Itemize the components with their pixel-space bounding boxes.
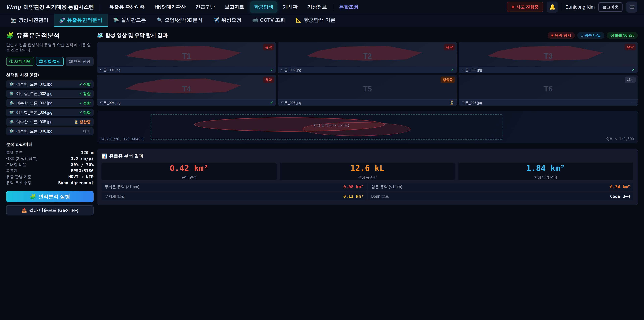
notifications-button[interactable]: 🔔: [547, 2, 558, 13]
photo-list-item[interactable]: 🛸 여수항_드론_003.jpg ✓ 정합: [6, 99, 94, 107]
tab-label: 유출유면적분석: [67, 17, 102, 24]
results-title-text: 유출유 분석 결과: [109, 153, 144, 159]
hamburger-menu-button[interactable]: ☰: [626, 2, 637, 13]
metric-value: 0.42 km²: [170, 163, 208, 173]
step-area-estimation[interactable]: ③ 면적 산정: [66, 57, 94, 66]
main-panel: 🗺️ 합성 영상 및 유막 탐지 결과 ■ 유막 탐지 □ 원본 타일 정합률 …: [97, 31, 638, 215]
tab-satellite-request[interactable]: ✈️ 위성요청: [208, 14, 247, 27]
tile-t6[interactable]: T6 대기 드론_006.jpg —: [459, 75, 638, 106]
photo-status-badge: ✓ 정합: [79, 101, 90, 106]
composite-area-label: 합성 영역 (3×2 그리드): [313, 123, 349, 128]
photo-list: 🛸 여수항_드론_001.jpg ✓ 정합 🛸 여수항_드론_002.jpg ✓…: [6, 80, 94, 135]
tab-image-management[interactable]: 📷 영상사진관리: [5, 14, 54, 27]
tile-image: T4: [97, 75, 276, 99]
tile-badge: 유막: [444, 44, 455, 50]
triangle-ruler-icon: 📐: [296, 17, 302, 23]
param-value: 3.2 cm/px: [71, 156, 94, 161]
nav-item-hns[interactable]: HNS·대기확산: [151, 1, 190, 13]
photo-filename: 여수항_드론_003.jpg: [16, 101, 52, 106]
airplane-icon: ✈️: [213, 17, 219, 23]
metric-label: 추정 유출량: [358, 175, 377, 180]
photo-status-badge: ⏳ 정합중: [74, 120, 90, 125]
download-button-label: 결과 다운로드 (GeoTIFF): [29, 207, 78, 213]
tile-filename: 드론_006.jpg: [462, 100, 482, 105]
metric-label: 합성 영역 면적: [534, 175, 557, 180]
photo-list-item[interactable]: 🛸 여수항_드론_005.jpg ⏳ 정합중: [6, 118, 94, 126]
step-indicator: ① 사진 선택 ② 정합·합성 ③ 면적 산정: [6, 57, 94, 66]
detail-bonn-code: Bonn 코드 Code 3~4: [368, 192, 634, 200]
photo-status-badge: ✓ 정합: [79, 82, 90, 87]
param-label: 좌표계: [6, 168, 18, 173]
logout-button[interactable]: 로그아웃: [598, 2, 622, 12]
photo-status-badge: ✓ 정합: [79, 91, 90, 96]
nav-item-weather[interactable]: 기상정보: [304, 1, 330, 13]
detail-thick-slick: 두꺼운 유막 (>1mm) 0.08 km²: [102, 183, 366, 191]
tile-image: T2: [278, 42, 457, 67]
nav-item-aerial-search[interactable]: 항공탐색: [250, 1, 277, 13]
param-value: NDVI + NIR: [68, 174, 94, 179]
app-title: 해양환경 위기대응 통합시스템: [24, 4, 94, 11]
param-value: 120 m: [81, 150, 94, 155]
tab-oil-area-analysis[interactable]: 🧬 유출유면적분석: [54, 14, 108, 27]
tab-label: 실시간드론: [121, 17, 146, 24]
step-photo-select[interactable]: ① 사진 선택: [6, 57, 34, 66]
tile-badge: 정합중: [440, 77, 455, 83]
tile-status-mark: ✓: [270, 68, 273, 72]
tile-status-mark: ⏳: [450, 101, 454, 105]
metric-value: 12.6 kL: [350, 163, 384, 173]
tile-t3[interactable]: T3 유막 드론_003.jpg ✓: [459, 42, 638, 73]
param-label: 오버랩 비율: [6, 162, 26, 167]
tab-cctv[interactable]: 📹 CCTV 조회: [247, 14, 290, 27]
user-name: Eunjeong Kim: [566, 4, 595, 10]
tile-t4[interactable]: T4 유막 드론_004.jpg ✓: [97, 75, 276, 106]
param-value: Bonn Agreement: [58, 180, 94, 185]
nav-item-integrated-search[interactable]: 통합조회: [336, 1, 362, 13]
main-title-text: 합성 영상 및 유막 탐지 결과: [105, 32, 168, 39]
photo-filename: 여수항_드론_006.jpg: [16, 129, 52, 134]
tile-image: T3: [459, 42, 638, 67]
tile-id-label: T3: [459, 52, 638, 61]
tile-footer: 드론_006.jpg —: [459, 99, 638, 106]
selected-photos-header: 선택된 사진 (6장): [6, 72, 94, 78]
photo-status-badge: ✓ 정합: [79, 110, 90, 115]
param-row: 오버랩 비율 80% / 70%: [6, 162, 94, 168]
detail-value: 0.34 km²: [610, 184, 630, 189]
drone-icon: 🛸: [9, 129, 14, 134]
detail-rainbow-sheen: 무지개 빛깔 0.12 km²: [102, 192, 366, 200]
metric-value: 1.84 km²: [526, 163, 565, 173]
tab-aerial-theory[interactable]: 📐 항공탐색 이론: [290, 14, 340, 27]
tile-t5[interactable]: T5 정합중 드론_005.jpg ⏳: [278, 75, 457, 106]
logo-wing-mark: Wing: [7, 4, 21, 10]
tab-realtime-drone[interactable]: 🛸 실시간드론: [108, 14, 152, 27]
tile-t2[interactable]: T2 유막 드론_002.jpg ✓: [278, 42, 457, 73]
incident-status-badge[interactable]: 사고 진행중: [507, 2, 543, 12]
tile-footer: 드론_004.jpg ✓: [97, 99, 276, 106]
tab-label: CCTV 조회: [260, 17, 285, 24]
detail-table: 두꺼운 유막 (>1mm) 0.08 km² 얇은 유막 (<1mm) 0.34…: [102, 183, 633, 200]
param-list: 촬영 고도 120 m GSD (지상해상도) 3.2 cm/px 오버랩 비율…: [6, 150, 94, 186]
composite-map-viewer[interactable]: 합성 영역 (3×2 그리드) 34.7312°N, 127.6845°E 축척…: [97, 111, 638, 143]
photo-list-item[interactable]: 🛸 여수항_드론_002.jpg ✓ 정합: [6, 90, 94, 98]
puzzle-icon: 🧩: [6, 32, 14, 39]
tile-badge: 유막: [263, 44, 274, 50]
nav-item-reports[interactable]: 보고자료: [221, 1, 248, 13]
param-label: GSD (지상해상도): [6, 156, 38, 161]
detail-value: 0.08 km²: [343, 184, 364, 189]
tile-footer: 드론_002.jpg ✓: [278, 67, 457, 73]
photo-list-item[interactable]: 🛸 여수항_드론_006.jpg 대기: [6, 127, 94, 135]
photo-list-item[interactable]: 🛸 여수항_드론_001.jpg ✓ 정합: [6, 80, 94, 88]
step-registration-composite[interactable]: ② 정합·합성: [36, 57, 64, 66]
run-area-analysis-button[interactable]: 🧩 면적분석 실행: [6, 191, 94, 202]
nav-item-rescue[interactable]: 긴급구난: [192, 1, 219, 13]
photo-list-item[interactable]: 🛸 여수항_드론_004.jpg ✓ 정합: [6, 109, 94, 116]
legend-registration-rate: 정합률 96.2%: [607, 32, 638, 39]
tab-pollution-ship-3d[interactable]: 🔍 오염/선박3D분석: [152, 14, 208, 27]
nav-item-oil-spread[interactable]: 유출유 확산예측: [106, 1, 148, 13]
download-geotiff-button[interactable]: 📥 결과 다운로드 (GeoTIFF): [6, 205, 94, 215]
tile-footer: 드론_001.jpg ✓: [97, 67, 276, 73]
tile-id-label: T2: [278, 52, 457, 61]
results-title: 📊 유출유 분석 결과: [102, 153, 633, 159]
param-row: 좌표계 EPSG:5186: [6, 168, 94, 174]
tile-t1[interactable]: T1 유막 드론_001.jpg ✓: [97, 42, 276, 73]
nav-item-board[interactable]: 게시판: [280, 1, 301, 13]
